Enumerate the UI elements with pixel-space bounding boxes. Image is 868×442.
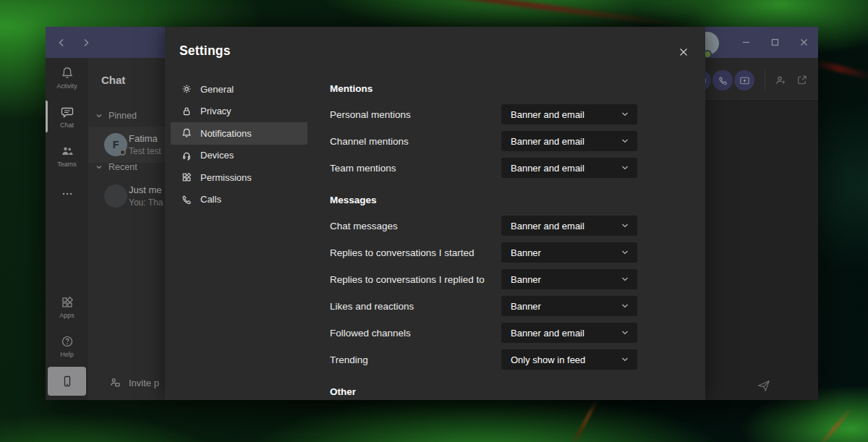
gear-icon (181, 83, 192, 95)
settings-nav-general[interactable]: General (171, 78, 307, 101)
followed-channels-dropdown[interactable]: Banner and email (501, 323, 637, 343)
nav-label: Notifications (200, 128, 252, 139)
setting-label: Channel mentions (330, 136, 409, 147)
wallpaper-red-streak (341, 0, 679, 27)
setting-label: Trending (330, 354, 368, 365)
team-mentions-dropdown[interactable]: Banner and email (501, 158, 637, 178)
chevron-down-icon (621, 163, 629, 172)
chevron-down-icon (621, 355, 629, 364)
nav-label: Calls (200, 194, 221, 205)
phone-icon (181, 194, 192, 205)
setting-label: Replies to conversations I replied to (330, 274, 485, 285)
permissions-icon (181, 171, 192, 183)
settings-nav-devices[interactable]: Devices (171, 145, 307, 167)
settings-nav-notifications[interactable]: Notifications (171, 122, 307, 145)
settings-modal: Settings General Privacy Notifications D… (165, 27, 705, 400)
setting-row: Likes and reactions Banner (330, 296, 637, 316)
settings-nav-calls[interactable]: Calls (171, 189, 307, 211)
trending-dropdown[interactable]: Only show in feed (501, 349, 637, 370)
likes-reactions-dropdown[interactable]: Banner (501, 296, 637, 316)
settings-title: Settings (179, 43, 231, 59)
setting-row: Chat messages Banner and email (330, 216, 637, 236)
setting-row: Channel mentions Banner and email (330, 131, 637, 151)
headset-icon (181, 150, 192, 161)
section-heading-mentions: Mentions (330, 83, 373, 94)
chevron-down-icon (621, 328, 629, 337)
settings-nav: General Privacy Notifications Devices Pe… (171, 78, 307, 211)
setting-label: Replies to conversations I started (330, 247, 475, 258)
replies-replied-dropdown[interactable]: Banner (501, 269, 637, 289)
nav-label: General (200, 84, 234, 95)
setting-row: Followed channels Banner and email (330, 323, 637, 343)
settings-nav-permissions[interactable]: Permissions (171, 166, 307, 189)
chevron-down-icon (621, 248, 629, 257)
wallpaper-orange-streak (571, 399, 598, 442)
chevron-down-icon (621, 275, 629, 284)
setting-label: Likes and reactions (330, 301, 414, 312)
chevron-down-icon (621, 137, 629, 145)
section-heading-other: Other (330, 386, 356, 397)
nav-label: Devices (200, 150, 234, 161)
setting-row: Personal mentions Banner and email (330, 104, 637, 124)
replies-started-dropdown[interactable]: Banner (501, 242, 637, 263)
setting-label: Chat messages (330, 221, 398, 231)
setting-row: Replies to conversations I started Banne… (330, 242, 637, 263)
settings-nav-privacy[interactable]: Privacy (171, 101, 307, 123)
lock-icon (181, 106, 192, 117)
teams-window: Activity Chat Teams Apps Help Chat (46, 27, 818, 400)
setting-row: Replies to conversations I replied to Ba… (330, 269, 637, 289)
setting-label: Team mentions (330, 163, 396, 174)
chat-messages-dropdown[interactable]: Banner and email (501, 216, 637, 236)
close-icon (678, 47, 689, 57)
chevron-down-icon (621, 110, 629, 119)
nav-label: Privacy (200, 106, 231, 116)
setting-row: Trending Only show in feed (330, 349, 637, 370)
setting-row: Team mentions Banner and email (330, 158, 637, 178)
section-heading-messages: Messages (330, 195, 377, 205)
wallpaper-orange-streak (817, 407, 853, 442)
wallpaper-red-streak (813, 59, 868, 80)
setting-label: Followed channels (330, 328, 411, 339)
close-settings-button[interactable] (673, 42, 694, 62)
channel-mentions-dropdown[interactable]: Banner and email (501, 131, 637, 151)
chevron-down-icon (621, 302, 629, 310)
bell-icon (181, 127, 192, 139)
setting-label: Personal mentions (330, 109, 411, 120)
personal-mentions-dropdown[interactable]: Banner and email (501, 104, 637, 124)
nav-label: Permissions (200, 172, 252, 183)
chevron-down-icon (621, 221, 629, 230)
